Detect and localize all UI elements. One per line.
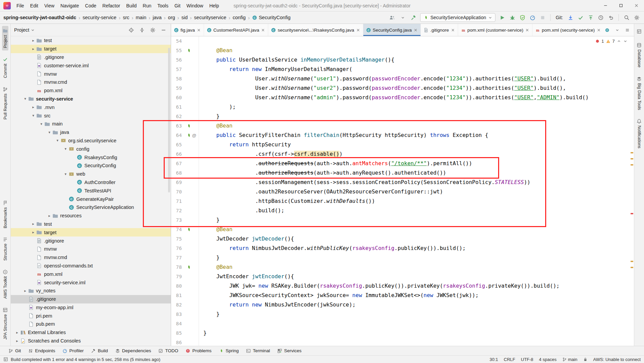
collapse-button[interactable] xyxy=(138,26,146,34)
bean-icon[interactable] xyxy=(186,133,191,138)
code-line-57[interactable]: 57 return new InMemoryUserDetailsManager… xyxy=(171,65,634,74)
tree-item-gitignore[interactable]: .gitignore xyxy=(11,295,171,303)
code-line-78[interactable]: 78 @Bean xyxy=(171,262,634,272)
lock-icon[interactable] xyxy=(583,357,588,362)
chevron-right-icon[interactable]: ▸ xyxy=(14,330,20,335)
tree-item-external-libraries[interactable]: ▸External Libraries xyxy=(11,328,171,337)
chevron-right-icon[interactable]: ▸ xyxy=(30,230,36,234)
chevron-right-icon[interactable]: ▸ xyxy=(22,289,28,293)
code-line-67[interactable]: 67 .authorizeRequests(auth->auth.antMatc… xyxy=(171,159,634,168)
tree-item-org-sid-securityservice[interactable]: ▾org.sid.securityservice xyxy=(11,137,171,145)
menu-tools[interactable]: Tools xyxy=(154,0,171,11)
bean-icon[interactable] xyxy=(186,123,191,129)
update-button[interactable] xyxy=(566,13,574,22)
menu-help[interactable]: Help xyxy=(206,0,222,11)
tree-item-pri-pem[interactable]: pri.pem xyxy=(11,312,171,320)
code-line-80[interactable]: 80 JWK jwk= new RSAKey.Builder(rsakeysCo… xyxy=(171,281,634,291)
editor-tab-securityservice-rsakeysconfig-java[interactable]: Csecurityservice\...\RsakeysConfig.java xyxy=(268,24,363,36)
tool-window-button-todo[interactable]: TODO xyxy=(155,346,182,355)
code-line-62[interactable]: 62 } xyxy=(171,112,634,121)
tool-window-button-terminal[interactable]: Terminal xyxy=(242,346,274,355)
menu-run[interactable]: Run xyxy=(140,0,155,11)
settings-button[interactable] xyxy=(633,13,641,22)
tree-item-securityserviceapplication[interactable]: CSecurityServiceApplication xyxy=(11,203,171,212)
chevron-down-icon[interactable]: ▾ xyxy=(46,130,52,135)
warning-stripe-mark[interactable] xyxy=(631,261,633,262)
tree-item-scratches-and-consoles[interactable]: ▸Scratches and Consoles xyxy=(11,337,171,345)
search-button[interactable] xyxy=(622,13,631,22)
chevron-down-icon[interactable]: ▾ xyxy=(38,122,44,126)
code-line-74[interactable]: 74 @Bean xyxy=(171,225,634,234)
tree-item-target[interactable]: ▸target xyxy=(11,45,171,53)
code-editor[interactable]: 5455 @Bean56 public UserDetailsService i… xyxy=(171,36,634,346)
play-button[interactable] xyxy=(498,13,506,22)
close-icon[interactable] xyxy=(261,28,265,32)
tool-window-button-spring[interactable]: Spring xyxy=(215,346,242,355)
locate-button[interactable] xyxy=(127,26,135,34)
tool-window-button-pull-requests[interactable]: Pull Requests xyxy=(2,84,8,122)
tool-window-button-grid[interactable] xyxy=(636,27,642,36)
warning-stripe-mark[interactable] xyxy=(631,164,633,166)
minimize-button[interactable] xyxy=(598,0,613,11)
tool-window-button-notifications[interactable]: Notifications xyxy=(636,116,642,151)
close-icon[interactable] xyxy=(413,28,418,32)
maximize-button[interactable] xyxy=(613,0,629,11)
menu-code[interactable]: Code xyxy=(82,0,99,11)
code-line-69[interactable]: 69 .sessionManagement(sess->sess.session… xyxy=(171,178,634,187)
editor-tab-gitignore[interactable]: .gitignore xyxy=(421,24,458,36)
project-scrollbar[interactable] xyxy=(168,48,170,192)
chevron-right-icon[interactable]: ▸ xyxy=(30,105,36,109)
warning-stripe-mark[interactable] xyxy=(631,158,633,159)
chevron-down-icon[interactable]: ▾ xyxy=(63,172,69,176)
close-icon[interactable] xyxy=(356,28,360,32)
tree-item-test[interactable]: ▸test xyxy=(11,36,171,45)
tree-item-web[interactable]: ▾web xyxy=(11,170,171,178)
close-icon[interactable] xyxy=(197,28,201,32)
code-line-65[interactable]: 65 return httpSecurity xyxy=(171,140,634,149)
code-line-75[interactable]: 75 JwtDecoder jwtDecoder(){ xyxy=(171,234,634,244)
indent-setting[interactable]: 4 spaces xyxy=(539,357,557,362)
run-configuration-select[interactable]: SecurityServiceApplication xyxy=(420,13,495,22)
code-line-85[interactable]: 85} xyxy=(171,328,634,338)
tree-item-authcontroller[interactable]: CAuthController xyxy=(11,178,171,187)
tool-window-button-endpoints[interactable]: Endpoints xyxy=(25,346,59,355)
tool-windows-icon[interactable] xyxy=(3,357,8,362)
chevron-down-icon[interactable]: ▾ xyxy=(54,138,61,143)
tree-item-my-ecom-app-iml[interactable]: my-ecom-app.iml xyxy=(11,303,171,312)
tool-window-button-commit[interactable]: Commit xyxy=(2,55,8,80)
breadcrumb-item-src[interactable]: src xyxy=(123,15,129,20)
menu-view[interactable]: View xyxy=(41,0,57,11)
file-encoding[interactable]: UTF-8 xyxy=(521,357,533,362)
menu-build[interactable]: Build xyxy=(123,0,139,11)
chevron-down-icon[interactable] xyxy=(399,13,407,22)
hide-button[interactable] xyxy=(159,26,167,34)
tool-window-button-services[interactable]: Services xyxy=(274,346,305,355)
editor-tab-customerrestapi-java[interactable]: CCustomerRestAPI.java xyxy=(204,24,269,36)
tree-item-openssl-commands-txt[interactable]: openssl-commands.txt xyxy=(11,262,171,270)
tree-item-target[interactable]: ▸target xyxy=(11,228,171,237)
tree-item-mvnw-cmd[interactable]: mvnw.cmd xyxy=(11,253,171,262)
chevron-right-icon[interactable]: ▸ xyxy=(14,339,20,343)
tree-item-test[interactable]: ▸test xyxy=(11,220,171,228)
code-line-59[interactable]: 59 User.withUsername("user2").password(p… xyxy=(171,83,634,93)
code-line-71[interactable]: 71 .httpBasic(Customizer.withDefaults()) xyxy=(171,196,634,206)
code-line-84[interactable]: 84 xyxy=(171,319,634,328)
tree-item-generatekaypair[interactable]: CGenerateKayPair xyxy=(11,195,171,203)
stop-button[interactable] xyxy=(538,13,547,22)
code-line-77[interactable]: 77 } xyxy=(171,253,634,262)
aws-status[interactable]: AWS: Unable to connect xyxy=(593,357,641,362)
tool-window-button-dependencies[interactable]: Dependencies xyxy=(112,346,155,355)
bean-icon[interactable] xyxy=(186,227,191,232)
code-line-66[interactable]: 66 .csrf(csrf->csrf.disable()) xyxy=(171,149,634,159)
warning-stripe-mark[interactable] xyxy=(631,267,633,268)
code-line-61[interactable]: 61 ); xyxy=(171,102,634,112)
settings-button[interactable] xyxy=(149,26,157,34)
tree-item-security-service[interactable]: ▾security-service xyxy=(11,95,171,103)
breadcrumb-item-config[interactable]: config xyxy=(233,15,246,20)
code-line-56[interactable]: 56 public UserDetailsService inMemoryUse… xyxy=(171,55,634,65)
bean-icon[interactable] xyxy=(186,48,191,53)
menu-icon[interactable] xyxy=(623,26,631,34)
tool-window-button-problems[interactable]: Problems xyxy=(182,346,215,355)
menu-refactor[interactable]: Refactor xyxy=(99,0,123,11)
editor-tab-pom-xml-security-service[interactable]: mpom.xml (security-service) xyxy=(532,24,600,36)
